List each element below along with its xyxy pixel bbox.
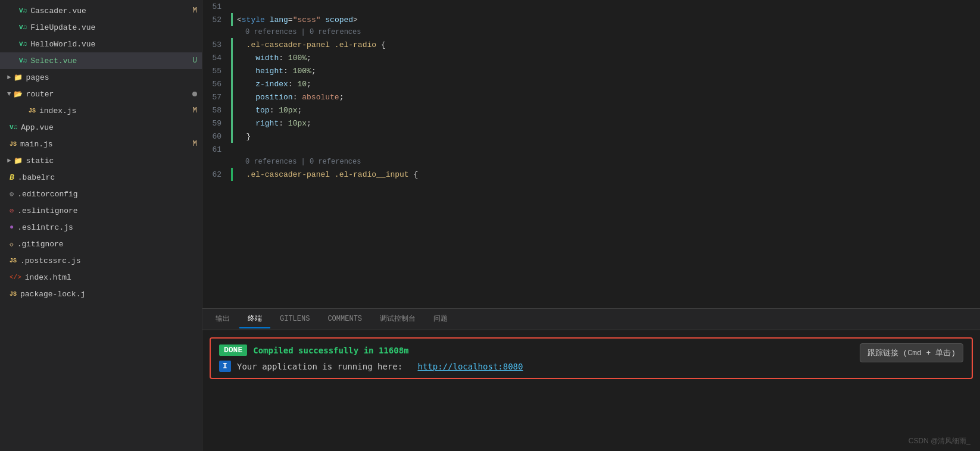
sidebar-item-fileupdate-vue[interactable]: V♫ FileUpdate.vue <box>0 19 202 36</box>
line-number: 53 <box>202 40 231 49</box>
modified-badge: M <box>193 107 197 115</box>
sidebar-item-eslintignore[interactable]: ⊘ .eslintignore <box>0 202 202 219</box>
chevron-right-icon: ► <box>7 74 11 81</box>
sidebar-item-label: router <box>26 90 192 99</box>
tab-gitlens[interactable]: GITLENS <box>271 311 318 328</box>
vue-icon: V♫ <box>10 124 17 131</box>
sidebar-item-label: .postcssrc.js <box>20 256 197 265</box>
js-icon: JS <box>29 108 36 114</box>
tab-debug-console[interactable]: 调试控制台 <box>372 310 424 328</box>
vue-icon: V♫ <box>19 24 27 31</box>
modified-badge: M <box>193 140 197 148</box>
git-gutter-added <box>231 51 233 64</box>
references-text: 0 references | 0 references <box>245 28 361 36</box>
sidebar-item-label: index.js <box>39 107 193 115</box>
sidebar-item-router[interactable]: ▼ 📂 router <box>0 86 202 102</box>
line-content: right: 10px; <box>237 119 970 128</box>
sidebar-item-postcssrc[interactable]: JS .postcssrc.js <box>0 252 202 269</box>
sidebar-item-editorconfig[interactable]: ⚙ .editorconfig <box>0 186 202 202</box>
git-gutter-added <box>231 77 233 90</box>
references-line: 0 references | 0 references <box>202 26 980 38</box>
sidebar-item-label: Cascader.vue <box>30 7 193 15</box>
sidebar-item-label: pages <box>26 73 197 82</box>
code-line-55: 55 height: 100%; <box>202 64 980 77</box>
sidebar-item-main-js[interactable]: JS main.js M <box>0 136 202 152</box>
code-line-58: 58 top: 10px; <box>202 104 980 117</box>
git-gutter-added <box>231 117 233 130</box>
modified-dot-badge <box>192 92 197 96</box>
tooltip-box: 跟踪链接 (Cmd + 单击) <box>860 343 963 362</box>
vue-icon: V♫ <box>19 40 27 48</box>
sidebar-item-label: index.html <box>25 273 197 282</box>
info-badge: I <box>219 361 231 372</box>
sidebar-item-pages[interactable]: ► 📁 pages <box>0 69 202 86</box>
tab-problems[interactable]: 问题 <box>425 310 456 328</box>
sidebar-item-package-lock[interactable]: JS package-lock.j <box>0 286 202 302</box>
tab-comments-label: COMMENTS <box>327 315 362 323</box>
sidebar-item-babelrc[interactable]: B .babelrc <box>0 169 202 186</box>
sidebar-item-index-html[interactable]: </> index.html <box>0 269 202 286</box>
vue-icon: V♫ <box>19 7 27 14</box>
tab-terminal-label: 终端 <box>248 315 262 323</box>
folder-open-icon: 📂 <box>14 90 23 99</box>
line-number: 52 <box>202 15 231 24</box>
folder-icon: 📁 <box>14 73 23 82</box>
sidebar-item-helloworld-vue[interactable]: V♫ HelloWorld.vue <box>0 36 202 52</box>
main-area: 51 52 <style lang="scss" scoped> 0 refer… <box>202 0 980 451</box>
gear-icon: ⚙ <box>10 190 14 199</box>
babel-icon: B <box>10 173 14 182</box>
tab-problems-label: 问题 <box>433 315 448 323</box>
tab-terminal[interactable]: 终端 <box>239 310 270 328</box>
js-icon: JS <box>10 141 17 148</box>
eslint-icon: ● <box>10 223 14 231</box>
line-content: <style lang="scss" scoped> <box>237 15 970 24</box>
untracked-badge: U <box>193 57 197 65</box>
line-content: height: 100%; <box>237 67 970 76</box>
tab-output[interactable]: 输出 <box>207 310 238 328</box>
sidebar-item-label: main.js <box>20 140 193 149</box>
code-line-52: 52 <style lang="scss" scoped> <box>202 13 980 26</box>
line-number: 62 <box>202 170 231 179</box>
sidebar-item-label: .eslintignore <box>17 206 197 215</box>
vue-icon: V♫ <box>19 57 27 64</box>
git-gutter-added <box>231 38 233 51</box>
sidebar-item-static[interactable]: ► 📁 static <box>0 152 202 169</box>
git-gutter-added <box>231 104 233 117</box>
references-line-2: 0 references | 0 references <box>202 156 980 168</box>
code-line-54: 54 width: 100%; <box>202 51 980 64</box>
code-line-62: 62 .el-cascader-panel .el-radio__input { <box>202 168 980 181</box>
code-line-59: 59 right: 10px; <box>202 117 980 130</box>
html-icon: </> <box>10 274 21 281</box>
line-number: 58 <box>202 106 231 115</box>
modified-badge: M <box>193 7 197 15</box>
line-number: 59 <box>202 119 231 128</box>
tab-gitlens-label: GITLENS <box>280 315 310 323</box>
code-editor[interactable]: 51 52 <style lang="scss" scoped> 0 refer… <box>202 0 980 308</box>
sidebar-item-label: HelloWorld.vue <box>30 40 197 49</box>
file-explorer: V♫ Cascader.vue M V♫ FileUpdate.vue V♫ H… <box>0 0 202 451</box>
sidebar-item-label: .editorconfig <box>17 190 197 199</box>
sidebar-item-label: static <box>26 156 197 165</box>
diamond-icon: ◇ <box>10 240 14 248</box>
sidebar-item-eslintrc[interactable]: ● .eslintrc.js <box>0 219 202 236</box>
line-content: z-index: 10; <box>237 80 970 89</box>
sidebar-item-app-vue[interactable]: V♫ App.vue <box>0 119 202 136</box>
sidebar-item-label: package-lock.j <box>20 290 197 299</box>
terminal-panel: 输出 终端 GITLENS COMMENTS 调试控制台 问题 DONE <box>202 308 980 451</box>
sidebar-item-cascader-vue[interactable]: V♫ Cascader.vue M <box>0 2 202 19</box>
line-number: 57 <box>202 93 231 102</box>
success-banner: DONE Compiled successfully in 11608m 跟踪链… <box>210 337 973 379</box>
tab-comments[interactable]: COMMENTS <box>319 311 370 328</box>
code-line-57: 57 position: absolute; <box>202 90 980 104</box>
git-gutter-added <box>231 130 233 143</box>
tab-output-label: 输出 <box>216 315 230 323</box>
chevron-right-icon: ► <box>7 157 11 164</box>
js-icon: JS <box>10 258 17 264</box>
localhost-link[interactable]: http://localhost:8080 <box>417 362 523 371</box>
code-line-53: 53 .el-cascader-panel .el-radio { <box>202 38 980 51</box>
line-number: 54 <box>202 54 231 62</box>
sidebar-item-index-js[interactable]: JS index.js M <box>0 102 202 119</box>
sidebar-item-gitignore[interactable]: ◇ .gitignore <box>0 236 202 252</box>
sidebar-item-select-vue[interactable]: V♫ Select.vue U <box>0 52 202 69</box>
done-line: DONE Compiled successfully in 11608m <box>219 344 963 356</box>
